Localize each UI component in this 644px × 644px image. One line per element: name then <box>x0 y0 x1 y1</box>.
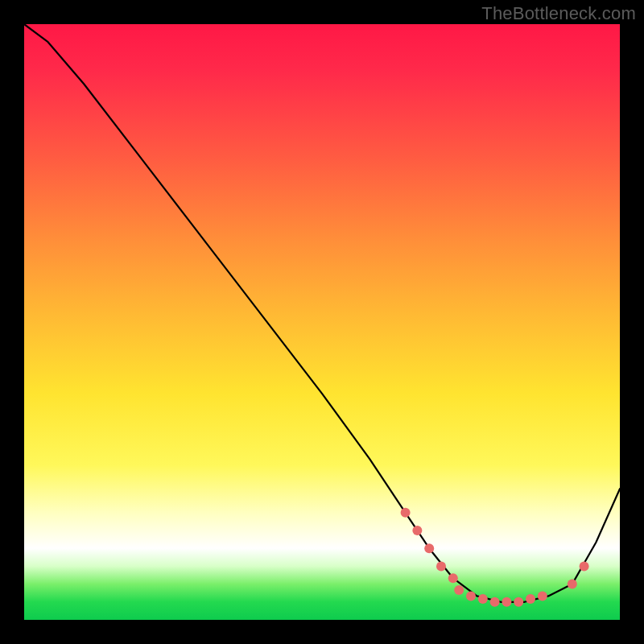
data-marker <box>526 594 535 604</box>
data-marker <box>424 543 434 553</box>
data-marker <box>478 594 488 604</box>
data-marker <box>466 591 476 601</box>
data-marker <box>580 561 589 571</box>
chart-svg <box>24 24 620 620</box>
data-marker <box>490 597 500 607</box>
data-marker <box>568 580 577 589</box>
data-marker <box>412 526 422 535</box>
data-marker <box>502 597 511 607</box>
data-marker <box>401 508 411 518</box>
data-marker <box>436 561 446 571</box>
data-marker <box>538 591 547 601</box>
marker-group <box>401 508 589 607</box>
data-marker <box>454 585 464 595</box>
chart-frame: TheBottleneck.com <box>0 0 644 644</box>
plot-area <box>24 24 620 620</box>
data-marker <box>514 597 523 607</box>
data-marker <box>448 573 458 583</box>
bottleneck-curve <box>24 24 620 602</box>
watermark-text: TheBottleneck.com <box>481 3 636 24</box>
